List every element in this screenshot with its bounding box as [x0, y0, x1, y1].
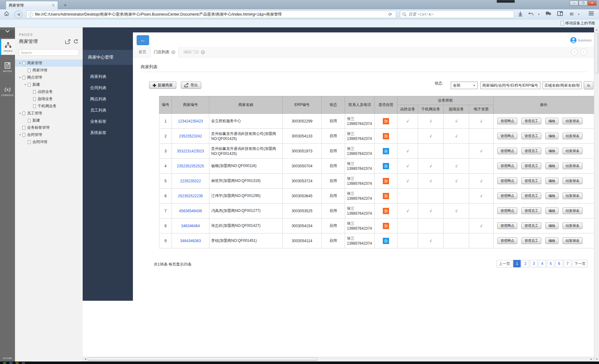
page-info-icon[interactable]: i: [28, 12, 33, 17]
share-icon[interactable]: [65, 39, 71, 44]
tab-store-list[interactable]: 门店列表✕: [150, 47, 179, 57]
merchant-code-link[interactable]: 2235235322: [180, 179, 201, 183]
sidebar-item-员工列表[interactable]: 员工列表: [83, 105, 133, 116]
menu-icon[interactable]: [588, 11, 595, 16]
row-action-button[interactable]: 管理员工: [521, 163, 541, 169]
merchant-code-link[interactable]: 23523523242: [179, 134, 202, 138]
new-merchant-button[interactable]: ✚ 新建商家: [149, 82, 176, 89]
taskbar-icon[interactable]: [9, 362, 12, 364]
new-tab-button[interactable]: +: [61, 2, 69, 8]
sidebar-item-业务标签[interactable]: 业务标签: [83, 116, 133, 127]
scroll-down-arrow-icon[interactable]: ▼: [594, 357, 599, 362]
row-action-button[interactable]: 管理网点: [497, 148, 517, 154]
page-button-6[interactable]: 6: [555, 260, 563, 267]
merchant-code-link[interactable]: 252352522235: [178, 194, 203, 198]
close-button[interactable]: ✕: [588, 1, 597, 6]
row-action-button[interactable]: 编辑: [545, 163, 558, 169]
page-button-2[interactable]: 2: [522, 260, 529, 267]
pages-search-input[interactable]: [19, 49, 79, 56]
firebug-dropdown-icon[interactable]: ▾: [577, 13, 580, 16]
merchant-code-link[interactable]: 346346464: [181, 224, 200, 228]
user-badge[interactable]: business: [570, 37, 592, 44]
merchant-code-link[interactable]: 3464346363: [180, 239, 201, 243]
maximize-button[interactable]: ❐: [579, 1, 587, 6]
row-action-button[interactable]: 管理员工: [521, 118, 541, 124]
sidebar-panel-icon[interactable]: [557, 11, 564, 16]
reload-icon[interactable]: ⟳: [386, 12, 394, 17]
tree-item[interactable]: 千机网业务: [15, 103, 83, 110]
home-icon[interactable]: [4, 11, 11, 18]
close-tab-icon[interactable]: ✕: [201, 50, 205, 54]
bookmark-mobile-folder[interactable]: 移动设备上的书签: [561, 21, 595, 26]
row-action-button[interactable]: 编辑: [545, 148, 558, 154]
row-action-button[interactable]: 结算报表: [562, 193, 582, 199]
tab-close-icon[interactable]: ✕: [52, 3, 55, 7]
tab-home[interactable]: 首页: [136, 47, 149, 57]
page-button-5[interactable]: 5: [547, 260, 554, 267]
scroll-left-arrow-icon[interactable]: ◄: [83, 357, 88, 361]
scroll-right-arrow-icon[interactable]: ►: [589, 357, 594, 361]
vertical-scrollbar-thumb[interactable]: [595, 33, 598, 74]
row-action-button[interactable]: 管理员工: [521, 148, 541, 154]
merchant-code-link[interactable]: 45636546436: [179, 209, 202, 213]
sidebar-item-系统标签[interactable]: 系统标签: [83, 127, 133, 138]
sidebar-item-网点列表[interactable]: 网点列表: [83, 93, 133, 105]
prev-page-button[interactable]: 上一页: [497, 260, 512, 267]
row-action-button[interactable]: 管理网点: [497, 163, 517, 169]
row-action-button[interactable]: 管理员工: [521, 223, 541, 229]
collapse-rail-button[interactable]: [0, 30, 15, 38]
row-action-button[interactable]: 结算报表: [562, 133, 582, 139]
tree-item[interactable]: 急喵业务: [15, 95, 83, 103]
tree-item[interactable]: 新建: [15, 117, 83, 124]
browser-tab[interactable]: 商家管理 ✕: [6, 1, 58, 9]
row-action-button[interactable]: 管理网点: [497, 193, 517, 199]
tree-item[interactable]: ▾员工管理: [15, 110, 83, 117]
tabs-scroll-left-icon[interactable]: ‹: [571, 49, 578, 55]
browser-search-input[interactable]: [408, 12, 512, 17]
row-action-button[interactable]: 管理网点: [497, 237, 517, 244]
tree-item[interactable]: 合同详情: [15, 138, 83, 146]
back-icon[interactable]: ◀: [14, 10, 22, 18]
url-bar[interactable]: i ⟳: [26, 11, 396, 18]
horizontal-scrollbar[interactable]: ◄ ►: [83, 357, 594, 362]
tree-expand-icon[interactable]: ▾: [18, 112, 22, 115]
merchant-code-link[interactable]: 2352352352525: [177, 164, 204, 168]
firebug-icon[interactable]: [569, 11, 576, 16]
chat-icon[interactable]: [545, 11, 552, 16]
tree-item[interactable]: ▾合同管理: [15, 131, 83, 138]
row-action-button[interactable]: 编辑: [545, 223, 558, 229]
rail-item-pages[interactable]: PAGES: [0, 39, 15, 55]
taskbar-icon[interactable]: [16, 362, 19, 364]
page-button-4[interactable]: 4: [538, 260, 546, 267]
merchant-code-search-input[interactable]: [480, 82, 540, 89]
row-action-button[interactable]: 结算报表: [562, 237, 582, 244]
vertical-scrollbar[interactable]: ▲ ▼: [594, 27, 599, 362]
row-action-button[interactable]: 管理网点: [497, 178, 517, 184]
minimize-button[interactable]: —: [570, 1, 578, 6]
row-action-button[interactable]: 管理员工: [521, 133, 541, 139]
tree-expand-icon[interactable]: ▾: [18, 133, 22, 136]
page-button-7[interactable]: 7: [564, 260, 571, 267]
windows-taskbar[interactable]: [0, 362, 599, 364]
taskbar-icon[interactable]: [3, 362, 6, 364]
row-action-button[interactable]: 编辑: [545, 208, 558, 214]
page-button-1[interactable]: 1: [513, 260, 521, 267]
row-action-button[interactable]: 编辑: [545, 133, 558, 139]
merchant-code-link[interactable]: 123424235423: [178, 119, 203, 123]
sidebar-item-商家列表[interactable]: 商家列表: [83, 71, 133, 82]
tab-edit-store[interactable]: 编辑门店✕: [180, 47, 208, 57]
tree-item[interactable]: ▾新建: [15, 81, 83, 88]
refresh-icon[interactable]: [73, 39, 79, 44]
row-action-button[interactable]: 编辑: [545, 237, 558, 244]
browser-search-box[interactable]: [400, 11, 514, 18]
rail-close-button[interactable]: CLOSE: [0, 357, 15, 360]
row-action-button[interactable]: 管理员工: [521, 193, 541, 199]
rail-item-notes[interactable]: NOTES: [0, 59, 15, 75]
row-action-button[interactable]: 结算报表: [562, 118, 582, 124]
tree-item[interactable]: ▾商家管理: [15, 60, 83, 67]
row-action-button[interactable]: 结算报表: [562, 148, 582, 154]
row-action-button[interactable]: 管理员工: [521, 237, 541, 244]
row-action-button[interactable]: 管理员工: [521, 178, 541, 184]
tree-expand-icon[interactable]: ▾: [18, 76, 22, 79]
merchant-code-link[interactable]: 3532231423523: [177, 149, 204, 153]
